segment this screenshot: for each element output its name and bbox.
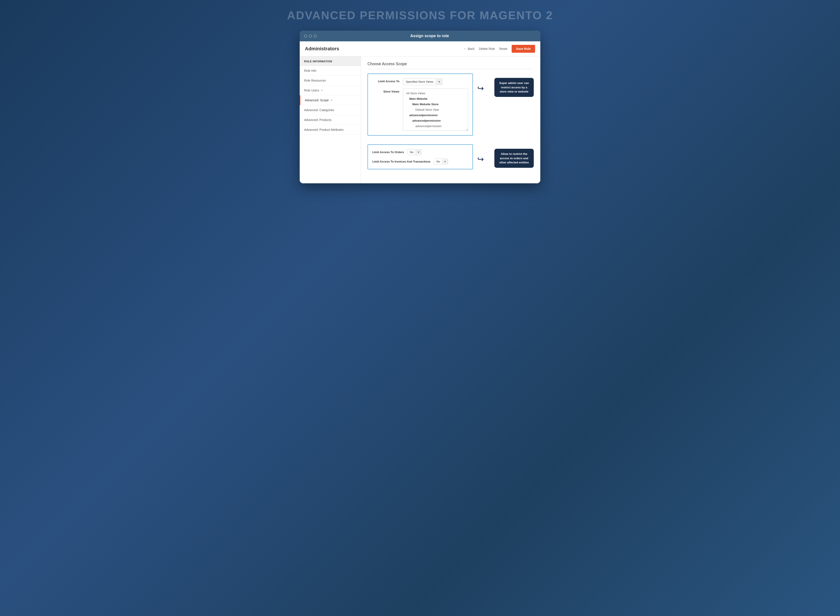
store-views-control: All Store Views Main Website Main Websit… <box>403 89 468 131</box>
sidebar-item-advanced-scope-label: Advanced: Scope <box>305 98 329 102</box>
browser-dot-1 <box>304 35 307 38</box>
back-arrow-icon: ← <box>463 47 466 51</box>
limit-orders-select[interactable]: No ▼ <box>408 149 422 155</box>
limit-orders-control[interactable]: No ▼ <box>408 149 468 155</box>
sidebar-item-advanced-product-attributes[interactable]: Advanced: Product Attributes <box>300 125 361 135</box>
limit-orders-dropdown-icon[interactable]: ▼ <box>416 150 421 154</box>
delete-role-button[interactable]: Delete Role <box>479 47 495 51</box>
section-title: Choose Access Scope <box>368 62 534 69</box>
advanced-scope-edit-icon: ✏ <box>331 99 333 102</box>
limit-invoices-row: Limit Access To Invoices And Transaction… <box>372 158 468 164</box>
orders-section: Limit Access To Orders No ▼ <box>368 144 534 174</box>
sidebar-item-advanced-categories[interactable]: Advanced: Categories <box>300 105 361 115</box>
store-item-all[interactable]: All Store Views <box>403 91 468 96</box>
scope-annotation-side: ↩ Super admin user can restrict access b… <box>477 73 534 140</box>
limit-access-control[interactable]: Specified Store Views ▼ <box>403 78 468 85</box>
limit-invoices-control[interactable]: No ▼ <box>434 158 468 164</box>
scope-arrow-box: ↩ Super admin user can restrict access b… <box>477 76 534 97</box>
limit-orders-row: Limit Access To Orders No ▼ <box>372 149 468 155</box>
sidebar-item-advanced-categories-label: Advanced: Categories <box>304 108 334 112</box>
orders-form-content: Limit Access To Orders No ▼ <box>368 144 473 174</box>
orders-annotation-box: Allow to restrict the access to orders a… <box>494 149 534 168</box>
scope-form-content: Limit Access To Specified Store Views ▼ <box>368 73 473 140</box>
store-item-advancedpermission-3[interactable]: advancedpermission <box>403 123 468 129</box>
limit-invoices-select[interactable]: No ▼ <box>434 158 448 164</box>
browser-dot-2 <box>309 35 312 38</box>
reset-button[interactable]: Reset <box>499 47 507 51</box>
limit-invoices-value: No <box>434 159 442 164</box>
orders-annotation-side: ↩ Allow to restrict the access to orders… <box>477 144 534 174</box>
app-header: Administrators ← Back Delete Role Reset … <box>300 41 540 56</box>
limit-invoices-label: Limit Access To Invoices And Transaction… <box>372 158 434 163</box>
limit-orders-label: Limit Access To Orders <box>372 149 408 154</box>
header-actions: ← Back Delete Role Reset Save Role <box>463 45 535 53</box>
browser-title: Assign scope to role <box>323 34 536 38</box>
back-button[interactable]: ← Back <box>463 47 475 51</box>
sidebar-item-advanced-products-label: Advanced: Products <box>304 118 331 122</box>
store-item-default-store-view[interactable]: Default Store View <box>403 107 468 113</box>
sidebar-item-advanced-scope[interactable]: Advanced: Scope ✏ <box>300 95 361 105</box>
sidebar-item-role-info[interactable]: Role Info <box>300 66 361 76</box>
limit-access-row: Limit Access To Specified Store Views ▼ <box>372 78 468 85</box>
browser-titlebar: Assign scope to role <box>300 31 540 41</box>
scope-curved-arrow-icon: ↩ <box>477 84 484 93</box>
sidebar-item-role-info-label: Role Info <box>304 69 316 72</box>
scope-annotation-box: Super admin user can restrict access by … <box>494 78 534 97</box>
sidebar-item-role-users[interactable]: Role Users ✏ <box>300 85 361 95</box>
store-views-list[interactable]: All Store Views Main Website Main Websit… <box>403 89 468 131</box>
scope-card: Limit Access To Specified Store Views ▼ <box>368 73 473 136</box>
back-label: Back <box>468 47 475 51</box>
store-views-label: Store Views <box>372 89 403 93</box>
page-heading: ADVANCED PERMISSIONS FOR MAGENTO 2 <box>4 7 836 24</box>
orders-card: Limit Access To Orders No ▼ <box>368 144 473 169</box>
main-layout: ROLE INFORMATION Role Info Role Resource… <box>300 56 540 183</box>
limit-access-select[interactable]: Specified Store Views ▼ <box>403 78 442 85</box>
app-content: Administrators ← Back Delete Role Reset … <box>300 41 540 183</box>
browser-dots <box>304 35 317 38</box>
sidebar-section-title: ROLE INFORMATION <box>300 56 361 66</box>
sidebar-item-role-users-label: Role Users <box>304 89 319 92</box>
sidebar-item-role-resources-label: Role Resources <box>304 79 326 82</box>
limit-access-dropdown-icon[interactable]: ▼ <box>436 79 442 85</box>
store-item-advancedpermission-2[interactable]: advancedpermission <box>403 118 468 123</box>
sidebar-item-advanced-products[interactable]: Advanced: Products <box>300 115 361 125</box>
app-header-title: Administrators <box>305 46 339 51</box>
store-item-main-website-store[interactable]: Main Website Store <box>403 101 468 107</box>
orders-arrow-box: ↩ Allow to restrict the access to orders… <box>477 147 534 168</box>
store-views-row: Store Views All Store Views Main Website… <box>372 89 468 131</box>
orders-curved-arrow-icon: ↩ <box>477 155 484 164</box>
limit-access-value: Specified Store Views <box>403 79 436 85</box>
limit-orders-value: No <box>408 150 416 155</box>
content-area: Choose Access Scope Limit Access To Spec… <box>361 56 540 183</box>
save-role-button[interactable]: Save Role <box>512 45 535 53</box>
limit-access-label: Limit Access To <box>372 78 403 83</box>
store-item-advancedpermission-1[interactable]: advancedpermission <box>403 113 468 118</box>
scope-section: Limit Access To Specified Store Views ▼ <box>368 73 534 140</box>
browser-window: Assign scope to role Administrators ← Ba… <box>300 31 540 183</box>
sidebar: ROLE INFORMATION Role Info Role Resource… <box>300 56 361 183</box>
store-item-main-website[interactable]: Main Website <box>403 96 468 101</box>
role-users-edit-icon: ✏ <box>321 89 323 92</box>
limit-invoices-dropdown-icon[interactable]: ▼ <box>442 159 448 164</box>
sidebar-item-advanced-product-attributes-label: Advanced: Product Attributes <box>304 128 344 132</box>
browser-dot-3 <box>314 35 317 38</box>
sidebar-item-role-resources[interactable]: Role Resources <box>300 76 361 85</box>
